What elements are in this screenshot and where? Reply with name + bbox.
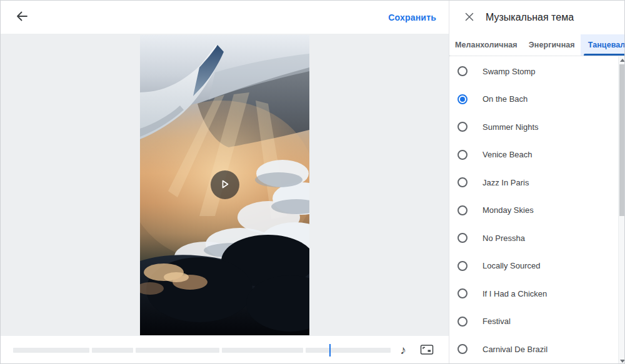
scrollbar[interactable] bbox=[618, 56, 625, 364]
radio-button-icon bbox=[458, 150, 468, 160]
aspect-ratio-button[interactable] bbox=[418, 342, 436, 360]
radio-button-icon bbox=[458, 261, 468, 271]
video-preview[interactable] bbox=[140, 35, 309, 335]
panel-title: Музыкальная тема bbox=[486, 12, 574, 23]
track-label: Jazz In Paris bbox=[482, 178, 529, 187]
tab-1[interactable]: Меланхоличная bbox=[449, 34, 523, 56]
tab-bar: Меланхоличная Энергичная Танцевальная bbox=[449, 34, 625, 56]
save-button[interactable]: Сохранить bbox=[388, 12, 436, 22]
radio-button-icon bbox=[458, 205, 468, 215]
radio-button-icon bbox=[458, 66, 468, 76]
track-label: On the Bach bbox=[482, 94, 528, 104]
clip-segment[interactable] bbox=[306, 348, 391, 353]
track-option[interactable]: Monday Skies bbox=[449, 197, 625, 225]
track-label: Venice Beach bbox=[482, 150, 532, 159]
playhead[interactable] bbox=[329, 344, 331, 357]
radio-button-icon bbox=[458, 233, 468, 243]
track-option[interactable]: Summer Nights bbox=[449, 113, 625, 141]
radio-button-icon bbox=[458, 344, 468, 354]
tab-2[interactable]: Энергичная bbox=[523, 34, 581, 56]
play-icon bbox=[219, 179, 231, 192]
timeline-tools: ♪ bbox=[398, 342, 437, 360]
tab-3[interactable]: Танцевальная bbox=[581, 34, 625, 56]
play-button[interactable] bbox=[211, 170, 239, 199]
back-button[interactable] bbox=[13, 7, 31, 27]
track-option[interactable]: If I Had a Chicken bbox=[449, 280, 625, 308]
track-option[interactable]: Locally Sourced bbox=[449, 252, 625, 280]
track-list: Swamp Stomp On the Bach Summer Nights Ve… bbox=[449, 56, 625, 364]
close-button[interactable] bbox=[462, 9, 477, 26]
track-option[interactable]: On the Bach bbox=[449, 86, 625, 114]
topbar: Сохранить bbox=[1, 1, 449, 34]
tab-label: Энергичная bbox=[529, 41, 575, 49]
clip-segment[interactable] bbox=[92, 348, 133, 353]
radio-button-icon bbox=[458, 122, 468, 132]
scrollbar-down-arrow[interactable] bbox=[619, 357, 625, 364]
track-option[interactable]: Venice Beach bbox=[449, 141, 625, 169]
back-arrow-icon bbox=[16, 10, 28, 24]
track-label: If I Had a Chicken bbox=[482, 289, 547, 298]
radio-button-icon bbox=[458, 288, 468, 298]
radio-button-icon bbox=[458, 317, 468, 327]
track-option[interactable]: Carnival De Brazil bbox=[449, 335, 625, 363]
aspect-ratio-icon bbox=[420, 344, 434, 357]
track-label: Locally Sourced bbox=[482, 261, 541, 270]
track-option[interactable]: Jazz In Paris bbox=[449, 169, 625, 197]
track-option[interactable]: No Pressha bbox=[449, 224, 625, 252]
track-option[interactable]: Festival bbox=[449, 308, 625, 336]
track-label: Festival bbox=[482, 317, 511, 326]
radio-button-icon bbox=[458, 177, 468, 187]
photos-movie-editor: Сохранить bbox=[0, 0, 625, 364]
preview-workspace bbox=[1, 34, 449, 336]
clip-segment[interactable] bbox=[13, 348, 89, 353]
clip-timeline[interactable] bbox=[13, 343, 391, 357]
music-button[interactable]: ♪ bbox=[398, 342, 409, 359]
music-theme-panel: Музыкальная тема Меланхоличная Энергична… bbox=[449, 1, 625, 364]
scrollbar-thumb[interactable] bbox=[619, 64, 625, 216]
close-icon bbox=[464, 12, 474, 24]
clip-segment[interactable] bbox=[222, 348, 303, 353]
track-label: Monday Skies bbox=[482, 205, 534, 215]
tab-label: Танцевальная bbox=[588, 41, 625, 49]
track-label: Swamp Stomp bbox=[482, 67, 536, 76]
radio-button-icon bbox=[458, 94, 468, 104]
editor-area: Сохранить bbox=[1, 1, 449, 364]
track-option[interactable]: Swamp Stomp bbox=[449, 57, 625, 86]
clip-segment[interactable] bbox=[136, 348, 219, 353]
track-label: No Pressha bbox=[482, 234, 525, 243]
panel-header: Музыкальная тема bbox=[449, 1, 625, 34]
music-note-icon: ♪ bbox=[401, 344, 407, 356]
track-label: Carnival De Brazil bbox=[482, 345, 548, 354]
scrollbar-up-arrow[interactable] bbox=[619, 56, 625, 64]
timeline-bar: ♪ bbox=[1, 336, 449, 364]
track-label: Summer Nights bbox=[482, 122, 539, 132]
tab-label: Меланхоличная bbox=[455, 41, 518, 49]
